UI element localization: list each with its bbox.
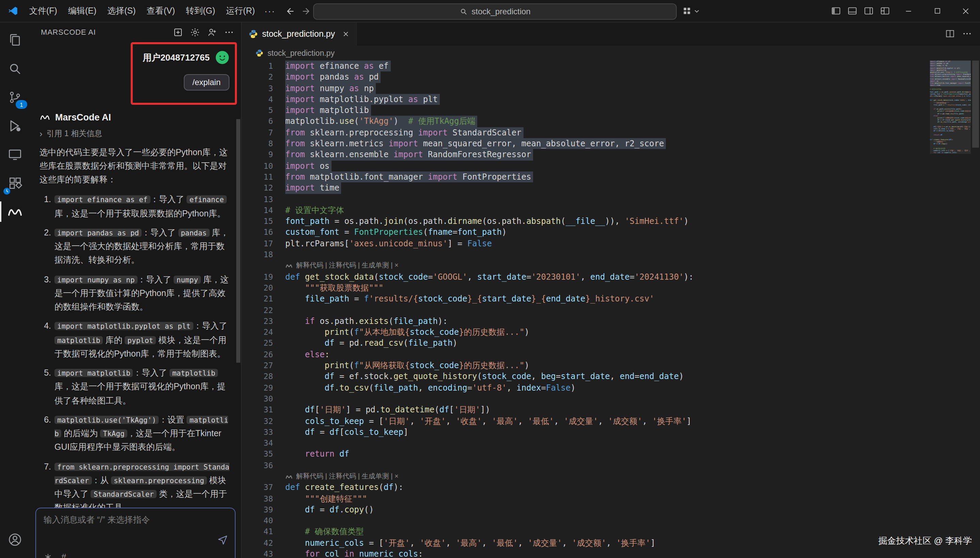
skills-icon[interactable] bbox=[44, 553, 53, 558]
code-line: 3import numpy as np bbox=[242, 83, 919, 94]
explain-command-chip[interactable]: /explain bbox=[184, 74, 229, 90]
invite-user-icon[interactable] bbox=[207, 27, 217, 37]
toggle-sidebar-left-icon[interactable] bbox=[830, 5, 841, 16]
search-box[interactable]: stock_prediction bbox=[313, 3, 677, 20]
activity-marscode-ai-icon[interactable] bbox=[0, 197, 30, 226]
code-line: 42 numeric_cols = ['开盘', '收盘', '最高', '最低… bbox=[242, 538, 919, 549]
line-number: 9 bbox=[242, 149, 285, 161]
code-line: 6matplotlib.use('TkAgg') # 使用TkAgg后端 bbox=[242, 116, 919, 127]
sidebar-marscode: MARSCODE AI 用户2048712765 /explain bbox=[30, 22, 242, 558]
activity-remote-explorer-icon[interactable] bbox=[0, 140, 30, 169]
item-number: 2. bbox=[39, 226, 51, 268]
menu-item-0[interactable]: 文件(F) bbox=[24, 3, 62, 19]
more-actions-icon[interactable] bbox=[224, 27, 234, 37]
code-line: 19def get_stock_data(stock_code='GOOGL',… bbox=[242, 271, 919, 282]
code-line: 28 df = ef.stock.get_quote_history(stock… bbox=[242, 371, 919, 382]
line-number: 23 bbox=[242, 316, 285, 327]
back-icon[interactable] bbox=[284, 6, 295, 16]
item-number: 3. bbox=[39, 272, 51, 314]
code-line: 39 df = df.copy() bbox=[242, 504, 919, 515]
activity-extensions-icon[interactable] bbox=[0, 169, 30, 197]
item-text: matplotlib.use('TkAgg')：设置 matplotlib 的后… bbox=[54, 413, 232, 455]
ai-response-panel: MarsCode AI › 引用 1 相关信息 选中的代码主要是导入了一些必要的… bbox=[30, 112, 241, 558]
line-number: 38 bbox=[242, 493, 285, 504]
activity-source-control-icon[interactable]: 1 bbox=[0, 83, 30, 112]
menu-item-3[interactable]: 查看(V) bbox=[141, 3, 181, 19]
sidebar-scrollbar[interactable] bbox=[236, 119, 240, 363]
code-line: 38 """创建特征""" bbox=[242, 493, 919, 504]
vscode-logo-icon bbox=[8, 5, 18, 16]
item-text: import efinance as ef：导入了 efinance 库，这是一… bbox=[54, 193, 232, 220]
toggle-panel-icon[interactable] bbox=[847, 5, 857, 16]
search-value: stock_prediction bbox=[472, 7, 530, 16]
minimap-slider[interactable] bbox=[930, 61, 970, 154]
code-line: 31 df['日期'] = pd.to_datetime(df['日期']) bbox=[242, 404, 919, 415]
minimap[interactable]: import efinance as efimport pandas as pd… bbox=[930, 61, 970, 154]
code-editor[interactable]: 1import efinance as ef2import pandas as … bbox=[242, 61, 980, 558]
menu-item-4[interactable]: 转到(G) bbox=[181, 3, 220, 19]
annotation-highlight: 用户2048712765 /explain bbox=[131, 42, 237, 105]
code-line: 30 bbox=[242, 393, 919, 405]
item-text: from sklearn.preprocessing import Standa… bbox=[54, 460, 232, 515]
code-line: 5import matplotlib bbox=[242, 105, 919, 116]
line-number: 34 bbox=[242, 438, 285, 449]
code-line: 37def create_features(df): bbox=[242, 482, 919, 493]
line-number: 43 bbox=[242, 548, 285, 558]
tab-close-icon[interactable] bbox=[342, 31, 349, 38]
more-editor-actions-icon[interactable] bbox=[962, 29, 972, 39]
close-button[interactable] bbox=[951, 0, 980, 22]
watermark: 掘金技术社区 @ 李科学 bbox=[878, 535, 972, 547]
tab-stock-prediction[interactable]: stock_prediction.py bbox=[242, 22, 357, 46]
code-line: 20 """获取股票数据""" bbox=[242, 282, 919, 294]
menu-item-2[interactable]: 选择(S) bbox=[102, 3, 141, 19]
code-line: 32 cols_to_keep = ['日期', '开盘', '收盘', '最高… bbox=[242, 415, 919, 427]
menu-item-1[interactable]: 编辑(E) bbox=[62, 3, 102, 19]
line-number: 21 bbox=[242, 293, 285, 305]
forward-icon[interactable] bbox=[302, 6, 312, 16]
explanation-item: 6.matplotlib.use('TkAgg')：设置 matplotlib … bbox=[39, 413, 232, 455]
line-number: 30 bbox=[242, 393, 285, 405]
breadcrumb[interactable]: stock_prediction.py bbox=[242, 46, 980, 61]
settings-icon[interactable] bbox=[190, 27, 200, 37]
chat-input-box[interactable]: 输入消息或者 “/” 来选择指令 # bbox=[35, 508, 235, 558]
send-icon[interactable] bbox=[217, 534, 228, 545]
code-line: 35 return df bbox=[242, 449, 919, 460]
activity-explorer-icon[interactable] bbox=[0, 26, 30, 54]
menu-item-5[interactable]: 运行(R) bbox=[220, 3, 260, 19]
line-number: 18 bbox=[242, 249, 285, 260]
new-chat-icon[interactable] bbox=[173, 27, 183, 37]
minimize-button[interactable] bbox=[894, 0, 923, 22]
menu-overflow-icon[interactable]: ··· bbox=[260, 6, 280, 16]
codelens-actions[interactable]: 解释代码 | 注释代码 | 生成单测 | × bbox=[242, 260, 919, 271]
editor-scrollbar[interactable] bbox=[970, 61, 980, 558]
line-number: 37 bbox=[242, 482, 285, 493]
line-number: 26 bbox=[242, 349, 285, 360]
reference-toggle[interactable]: › 引用 1 相关信息 bbox=[39, 129, 232, 139]
code-line: 24 print(f"从本地加载{stock_code}的历史数据...") bbox=[242, 327, 919, 338]
toggle-sidebar-right-icon[interactable] bbox=[863, 5, 874, 16]
profile-menu-button[interactable] bbox=[682, 3, 700, 18]
context-hash-icon[interactable]: # bbox=[61, 552, 66, 558]
activity-search-icon[interactable] bbox=[0, 54, 30, 83]
code-line: 36 bbox=[242, 460, 919, 471]
item-text: import matplotlib：导入了 matplotlib 库，这是一个用… bbox=[54, 366, 232, 408]
explanation-item: 2.import pandas as pd：导入了 pandas 库，这是一个强… bbox=[39, 226, 232, 268]
codelens-actions[interactable]: 解释代码 | 注释代码 | 生成单测 | × bbox=[242, 471, 919, 482]
line-number: 25 bbox=[242, 338, 285, 349]
activity-run-debug-icon[interactable] bbox=[0, 112, 30, 140]
item-text: import pandas as pd：导入了 pandas 库，这是一个强大的… bbox=[54, 226, 232, 268]
maximize-button[interactable] bbox=[923, 0, 951, 22]
split-editor-icon[interactable] bbox=[945, 29, 955, 39]
chat-input-placeholder: 输入消息或者 “/” 来选择指令 bbox=[36, 508, 235, 526]
item-number: 4. bbox=[39, 320, 51, 361]
customize-layout-icon[interactable] bbox=[879, 5, 890, 16]
search-icon bbox=[459, 8, 467, 16]
window-controls bbox=[894, 0, 980, 22]
activity-account-icon[interactable] bbox=[0, 525, 30, 554]
code-line: 11from matplotlib.font_manager import Fo… bbox=[242, 171, 919, 183]
line-number: 33 bbox=[242, 427, 285, 438]
scrollbar-thumb[interactable] bbox=[972, 61, 978, 148]
line-number: 42 bbox=[242, 538, 285, 549]
line-number: 3 bbox=[242, 83, 285, 94]
editor-group: stock_prediction.py stock_prediction.py … bbox=[242, 22, 980, 558]
